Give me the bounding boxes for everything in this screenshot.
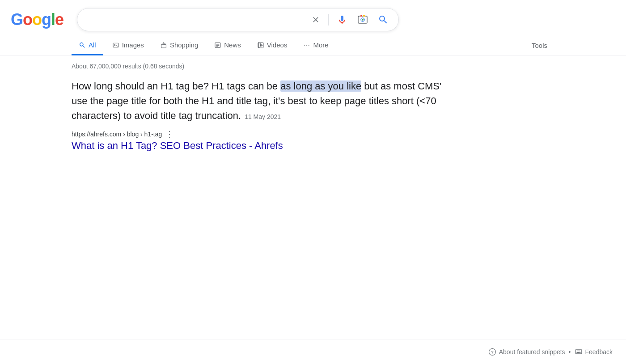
feedback-icon <box>575 348 583 356</box>
tab-all-label: All <box>89 41 96 49</box>
logo-letter-e: e <box>55 10 63 29</box>
about-featured-snippets[interactable]: ? About featured snippets <box>488 348 565 356</box>
snippet-text-highlighted: as long as you like <box>280 80 361 92</box>
tools-area: Tools <box>524 36 554 55</box>
tab-videos[interactable]: Videos <box>250 36 295 55</box>
result-title-link[interactable]: What is an H1 Tag? SEO Best Practices - … <box>72 140 283 151</box>
tools-button[interactable]: Tools <box>524 36 554 55</box>
news-tab-icon <box>214 42 221 49</box>
search-submit-button[interactable] <box>376 13 390 27</box>
shopping-tab-icon <box>160 42 167 49</box>
logo-letter-o2: o <box>32 10 42 29</box>
snippet-date: 11 May 2021 <box>245 113 281 120</box>
logo-letter-g: G <box>11 10 23 29</box>
google-logo[interactable]: Google <box>11 10 63 29</box>
svg-point-16 <box>309 45 309 46</box>
tab-shopping-label: Shopping <box>170 41 198 49</box>
tab-images-label: Images <box>122 41 144 49</box>
result-url-text: https://ahrefs.com › blog › h1-tag <box>72 131 162 138</box>
search-icons <box>309 13 390 27</box>
svg-rect-3 <box>360 15 362 17</box>
images-tab-icon <box>112 42 119 49</box>
tab-news-label: News <box>224 41 241 49</box>
tab-news[interactable]: News <box>207 36 248 55</box>
result-separator <box>72 159 456 159</box>
snippet-text: How long should an H1 tag be? H1 tags ca… <box>72 79 456 123</box>
snippet-text-before: How long should an H1 tag be? H1 tags ca… <box>72 80 280 92</box>
svg-point-15 <box>306 45 307 46</box>
svg-point-14 <box>305 45 305 46</box>
voice-search-button[interactable] <box>335 13 349 27</box>
tab-more[interactable]: More <box>296 36 335 55</box>
footer-bar: ? About featured snippets • Feedback <box>0 339 626 364</box>
question-circle-icon: ? <box>488 348 496 356</box>
first-result: https://ahrefs.com › blog › h1-tag ⋮ Wha… <box>72 130 554 152</box>
footer-separator: • <box>569 348 571 356</box>
feedback-button[interactable]: Feedback <box>575 348 613 356</box>
tab-videos-label: Videos <box>267 41 288 49</box>
result-url-line: https://ahrefs.com › blog › h1-tag ⋮ <box>72 130 554 138</box>
feedback-label: Feedback <box>585 348 613 356</box>
videos-tab-icon <box>257 42 264 49</box>
results-area: About 67,000,000 results (0.68 seconds) … <box>0 55 626 159</box>
tab-more-label: More <box>313 41 328 49</box>
tab-shopping[interactable]: Shopping <box>153 36 205 55</box>
svg-point-6 <box>114 44 115 45</box>
search-input[interactable]: how long should a h1 be <box>85 15 305 25</box>
svg-text:?: ? <box>491 349 494 354</box>
search-divider <box>328 14 329 25</box>
tab-all[interactable]: All <box>72 36 103 55</box>
result-url-more-button[interactable]: ⋮ <box>165 130 173 138</box>
more-tab-icon <box>303 42 310 49</box>
svg-rect-4 <box>363 15 365 17</box>
image-search-button[interactable] <box>355 13 370 27</box>
header: Google how long should a h1 be <box>0 0 626 36</box>
search-tabs: All Images Shopping News Videos More Too… <box>0 36 626 55</box>
logo-letter-l: l <box>51 10 55 29</box>
about-snippets-label: About featured snippets <box>499 348 565 356</box>
tab-images[interactable]: Images <box>105 36 151 55</box>
logo-letter-g2: g <box>42 10 51 29</box>
svg-point-2 <box>362 19 364 21</box>
search-bar: how long should a h1 be <box>77 8 399 31</box>
clear-button[interactable] <box>309 13 322 26</box>
results-count: About 67,000,000 results (0.68 seconds) <box>72 63 554 70</box>
logo-letter-o1: o <box>23 10 32 29</box>
featured-snippet: How long should an H1 tag be? H1 tags ca… <box>72 79 456 123</box>
search-tab-icon <box>79 42 86 49</box>
